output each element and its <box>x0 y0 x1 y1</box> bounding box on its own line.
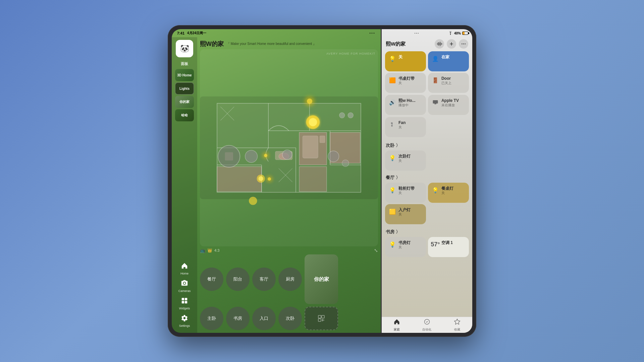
device-grid-media: 🔊 熙w Ho... 播放中 <box>385 95 469 115</box>
right-panel: ··· 40% 熙W的家 <box>382 29 472 333</box>
left-main: 🐼 面板 3D Home Lights 你的家 哈哈 <box>172 37 381 333</box>
svg-rect-59 <box>433 100 438 104</box>
ratio-value: 4:3 <box>214 248 219 252</box>
appletv-status: 未在播放 <box>441 103 459 108</box>
more-options-btn[interactable] <box>459 39 468 49</box>
sidebar-bottom-home[interactable]: Home <box>179 260 190 275</box>
svg-point-57 <box>463 44 464 45</box>
device-card-canzhuodeng[interactable]: 💡 餐桌灯 关 <box>428 183 469 203</box>
device-card-door[interactable]: 🚪 Door 已关上 <box>428 73 469 93</box>
tab-home[interactable]: 家庭 <box>382 317 412 333</box>
svg-rect-3 <box>182 301 184 303</box>
room-btn-rukou[interactable]: 入口 <box>252 307 276 330</box>
svg-point-29 <box>245 150 258 163</box>
device-card-ciwodeng[interactable]: 💡 次卧灯 关 <box>385 150 426 171</box>
device-grid-ciwo: 💡 次卧灯 关 <box>385 150 469 171</box>
cameras-label: Cameras <box>178 289 191 293</box>
svg-point-56 <box>462 44 463 45</box>
device-card-shudai[interactable]: 🟧 书桌灯带 关 <box>385 73 426 93</box>
sidebar-bottom: Home Cameras Widgets <box>178 260 191 330</box>
section-canting[interactable]: 餐厅 〉 <box>385 172 469 183</box>
ciwodeng-status: 关 <box>398 159 411 163</box>
right-status-dots: ··· <box>415 32 419 35</box>
settings-icon <box>179 313 190 323</box>
device-card-kongtiao[interactable]: 57° 空调 1 <box>428 237 469 257</box>
tab-automation[interactable]: 自动化 <box>412 317 442 333</box>
sidebar: 🐼 面板 3D Home Lights 你的家 哈哈 <box>172 37 197 333</box>
sidebar-bottom-settings[interactable]: Settings <box>179 313 190 327</box>
device-card-zaijia[interactable]: 👤 在家 <box>428 51 469 71</box>
floor-plan-container[interactable]: AVERY HOME FOR HOMEKIT <box>200 49 378 246</box>
home-label: Home <box>180 272 189 275</box>
sidebar-item-lights[interactable]: Lights <box>175 82 194 95</box>
device-card-shufangdeng[interactable]: 💡 书房灯 关 <box>385 237 426 257</box>
settings-label: Settings <box>179 324 190 327</box>
fan-status: 关 <box>398 125 406 130</box>
svg-rect-48 <box>437 43 437 45</box>
svg-rect-25 <box>320 136 325 142</box>
device-card-fan[interactable]: Fan 关 <box>385 117 426 137</box>
room-row-2: 主卧 书房 入口 次卧 <box>200 307 378 330</box>
device-card-xiho[interactable]: 🔊 熙w Ho... 播放中 <box>385 95 426 115</box>
sidebar-bottom-widgets[interactable]: Widgets <box>179 295 190 310</box>
wifi-icon <box>448 31 453 36</box>
add-device-btn[interactable] <box>447 39 456 49</box>
device-card-appletv[interactable]: Apple TV 未在播放 <box>428 95 469 115</box>
app-icon[interactable]: 🐼 <box>176 40 193 57</box>
crown-icon: 👑 <box>207 248 212 253</box>
svg-rect-42 <box>318 315 321 318</box>
svg-rect-4 <box>185 301 187 303</box>
room-btn-ciwo[interactable]: 次卧 <box>278 307 302 330</box>
svg-point-30 <box>282 150 292 160</box>
svg-rect-33 <box>225 152 233 161</box>
room-btn-canting[interactable]: 餐厅 <box>200 267 223 291</box>
battery-icon <box>462 32 468 35</box>
device-grid-top: 💡 关 👤 在家 <box>385 51 469 71</box>
sidebar-bottom-cameras[interactable]: Cameras <box>178 278 191 293</box>
right-header: 熙W的家 <box>382 37 472 51</box>
expand-icon[interactable]: ⤡ <box>374 248 378 253</box>
appletv-icon <box>431 98 439 106</box>
svg-point-41 <box>342 160 349 167</box>
tab-favorite[interactable]: 收藏 <box>442 317 472 333</box>
right-status-bar: ··· 40% <box>382 29 472 37</box>
device-card-xueguidai[interactable]: 💡 鞋柜灯带 关 <box>385 183 426 203</box>
svg-rect-43 <box>322 315 324 318</box>
widgets-icon <box>179 295 190 306</box>
room-btn-youjia[interactable]: 你的家 <box>305 254 338 304</box>
door-name: Door <box>441 76 451 81</box>
room-btn-chufang[interactable]: 厨房 <box>278 267 302 291</box>
room-buttons: 餐厅 阳台 客厅 厨房 你的家 主卧 书房 入口 次卧 <box>200 254 378 330</box>
section-ciwo[interactable]: 次卧 〉 <box>385 140 469 150</box>
tab-favorite-icon <box>454 318 461 327</box>
xiho-icon: 🔊 <box>388 98 396 106</box>
shudai-name: 书桌灯带 <box>398 76 415 81</box>
sidebar-item-haha[interactable]: 哈哈 <box>175 109 194 121</box>
room-btn-zhuwo[interactable]: 主卧 <box>200 307 223 330</box>
canzhuodeng-name: 餐桌灯 <box>441 186 453 191</box>
guan-icon: 💡 <box>388 55 396 63</box>
svg-rect-51 <box>440 42 440 46</box>
tab-home-icon <box>393 318 400 327</box>
svg-rect-24 <box>303 136 318 158</box>
xiho-status: 播放中 <box>398 103 416 108</box>
device-card-guan[interactable]: 💡 关 <box>385 51 426 71</box>
device-card-ruhudeng[interactable]: 🟨 入户灯 关 <box>385 204 426 224</box>
sidebar-item-3dhome[interactable]: 3D Home <box>175 69 194 81</box>
room-btn-shufang[interactable]: 书房 <box>226 307 250 330</box>
device-grid-fan: Fan 关 <box>385 117 469 137</box>
device-grid-ruhudeng: 🟨 入户灯 关 <box>385 204 469 224</box>
room-btn-keting[interactable]: 客厅 <box>252 267 276 291</box>
home-icon <box>179 260 190 271</box>
shudai-status: 关 <box>398 81 415 85</box>
right-scroll[interactable]: 💡 关 👤 在家 <box>382 51 472 317</box>
appletv-name: Apple TV <box>441 98 459 103</box>
svg-rect-50 <box>439 43 439 45</box>
room-btn-yangtai[interactable]: 阳台 <box>226 267 250 291</box>
left-panel: 7:41 4月24日周一 ··· 🐼 面板 3D Home Lights 你 <box>172 29 381 333</box>
room-btn-add[interactable] <box>305 307 338 330</box>
sidebar-item-youjia[interactable]: 你的家 <box>175 96 194 108</box>
waveform-btn[interactable] <box>435 39 444 49</box>
section-shufang[interactable]: 书房 〉 <box>385 226 469 237</box>
canzhuodeng-status: 关 <box>441 191 453 195</box>
